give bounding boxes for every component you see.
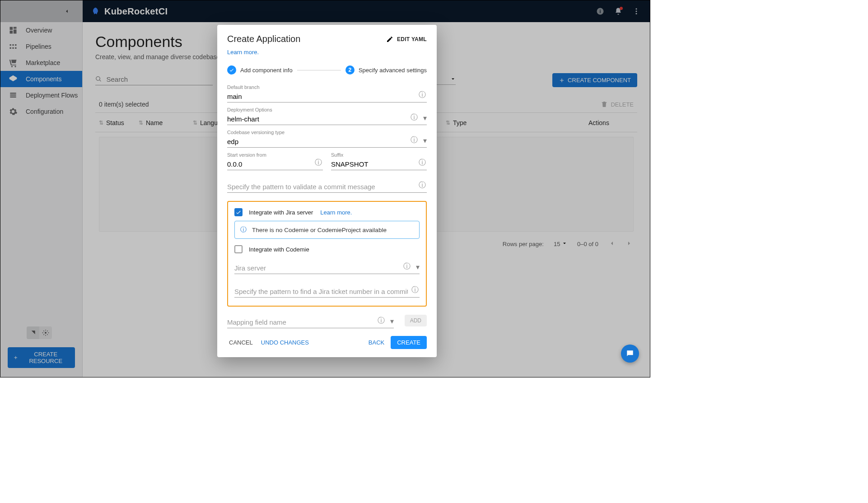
info-icon[interactable]: ⓘ (419, 158, 426, 168)
create-application-modal: Create Application EDIT YAML Learn more.… (217, 25, 437, 357)
cancel-button[interactable]: CANCEL (227, 336, 255, 349)
commit-pattern-field[interactable]: ⓘ (227, 181, 427, 193)
versioning-type-select[interactable] (227, 136, 427, 148)
jira-server-field[interactable]: ⓘ ▾ (234, 262, 420, 274)
jira-ticket-pattern-field[interactable]: ⓘ (234, 286, 420, 298)
back-button[interactable]: BACK (367, 336, 386, 349)
modal-learn-more[interactable]: Learn more. (217, 45, 437, 56)
chevron-down-icon: ▾ (423, 114, 427, 122)
info-icon[interactable]: ⓘ (411, 113, 418, 122)
start-version-input[interactable] (227, 158, 323, 170)
chat-icon (625, 349, 635, 358)
suffix-field[interactable]: Suffix ⓘ (331, 152, 427, 170)
check-icon (227, 65, 236, 75)
edit-yaml-button[interactable]: EDIT YAML (386, 36, 427, 43)
info-icon[interactable]: ⓘ (419, 181, 426, 190)
jira-ticket-pattern-input[interactable] (234, 286, 420, 298)
jira-learn-more[interactable]: Learn more. (320, 209, 352, 216)
codemie-checkbox[interactable] (234, 245, 243, 253)
mapping-select[interactable] (227, 317, 394, 328)
codemie-checkbox-label: Integrate with Codemie (249, 246, 309, 253)
add-mapping-button: ADD (405, 315, 427, 326)
info-icon[interactable]: ⓘ (411, 285, 419, 295)
step-line (297, 70, 341, 70)
info-icon[interactable]: ⓘ (419, 90, 426, 100)
stepper: Add component info 2 Specify advanced se… (217, 56, 437, 79)
info-icon[interactable]: ⓘ (378, 316, 385, 326)
pencil-icon (386, 36, 393, 43)
start-version-field[interactable]: Start version from ⓘ (227, 152, 323, 170)
commit-pattern-input[interactable] (227, 181, 427, 193)
create-button[interactable]: CREATE (391, 336, 427, 349)
codemie-banner: ⓘ There is no Codemie or CodemieProject … (234, 221, 420, 239)
jira-checkbox[interactable] (234, 208, 243, 216)
deployment-options-field[interactable]: Deployment Options ⓘ ▾ (227, 107, 427, 125)
undo-button[interactable]: UNDO CHANGES (259, 336, 311, 349)
chevron-down-icon: ▾ (390, 317, 394, 326)
chevron-down-icon: ▾ (423, 136, 427, 145)
versioning-type-field[interactable]: Codebase versioning type ⓘ ▾ (227, 130, 427, 148)
deployment-options-select[interactable] (227, 113, 427, 125)
info-icon: ⓘ (240, 226, 247, 234)
mapping-field[interactable]: ⓘ ▾ (227, 317, 394, 328)
jira-checkbox-label: Integrate with Jira server (249, 209, 313, 216)
step-2[interactable]: 2 Specify advanced settings (345, 65, 427, 75)
step-1[interactable]: Add component info (227, 65, 293, 75)
step-number: 2 (345, 65, 355, 75)
suffix-input[interactable] (331, 158, 427, 170)
jira-integration-section: Integrate with Jira server Learn more. ⓘ… (227, 201, 427, 307)
info-icon[interactable]: ⓘ (411, 135, 418, 145)
jira-server-select[interactable] (234, 262, 420, 274)
default-branch-field[interactable]: Default branch ⓘ (227, 84, 427, 102)
chevron-down-icon: ▾ (416, 263, 420, 271)
info-icon[interactable]: ⓘ (315, 158, 322, 168)
default-branch-input[interactable] (227, 91, 427, 102)
modal-title: Create Application (227, 34, 300, 44)
info-icon[interactable]: ⓘ (403, 262, 411, 271)
chat-fab[interactable] (621, 345, 639, 363)
